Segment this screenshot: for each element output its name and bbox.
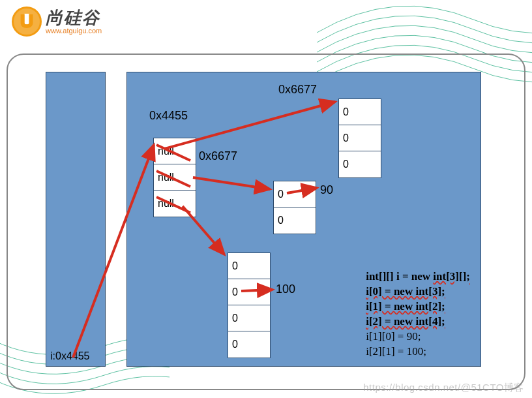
watermark: https://blog.csdn.net/@51CTO博客 bbox=[363, 382, 524, 394]
outer-cell-0: null bbox=[154, 138, 196, 164]
code-line-5: i[1][0] = 90; bbox=[366, 329, 470, 344]
address-inner0-mid: 0x6677 bbox=[199, 149, 237, 163]
int3-cell-2: 0 bbox=[339, 151, 381, 177]
outer-array-int3ref: null null null bbox=[153, 138, 196, 217]
int2-cell-1: 0 bbox=[274, 207, 316, 234]
outer-cell-2: null bbox=[154, 191, 196, 217]
stack-variable-label: i:0x4455 bbox=[50, 350, 90, 362]
value-90-label: 90 bbox=[320, 183, 333, 197]
address-outer-array: 0x4455 bbox=[149, 109, 188, 123]
code-line-2: i[0] = new int[3]; bbox=[366, 284, 470, 299]
logo-badge: U bbox=[12, 7, 42, 37]
code-line-6: i[2][1] = 100; bbox=[366, 344, 470, 360]
int4-cell-0: 0 bbox=[228, 253, 270, 279]
array-int2: 0 0 bbox=[273, 181, 316, 234]
logo-url: www.atguigu.com bbox=[46, 27, 102, 35]
address-inner0-top: 0x6677 bbox=[278, 83, 317, 97]
value-100-label: 100 bbox=[276, 283, 295, 296]
code-line-1: int[][] i = new int[3][]; bbox=[366, 269, 470, 284]
code-line-3: i[1] = new int[2]; bbox=[366, 299, 470, 314]
heap-box: 0x4455 0x6677 0x6677 null null null 0 0 … bbox=[126, 72, 481, 367]
int4-cell-2: 0 bbox=[228, 305, 270, 331]
logo: U 尚硅谷 www.atguigu.com bbox=[12, 7, 102, 37]
int3-cell-0: 0 bbox=[339, 99, 381, 125]
int4-cell-3: 0 bbox=[228, 331, 270, 358]
code-line-4: i[2] = new int[4]; bbox=[366, 314, 470, 329]
logo-text-cn: 尚硅谷 bbox=[46, 9, 102, 26]
int3-cell-1: 0 bbox=[339, 125, 381, 151]
outer-cell-1: null bbox=[154, 164, 196, 191]
code-block: int[][] i = new int[3][]; i[0] = new int… bbox=[366, 269, 470, 360]
int4-cell-1: 0 bbox=[228, 279, 270, 305]
array-int4: 0 0 0 0 bbox=[228, 253, 271, 358]
stack-box: i:0x4455 bbox=[46, 72, 106, 367]
int2-cell-0: 0 bbox=[274, 181, 316, 207]
array-int3: 0 0 0 bbox=[338, 99, 381, 178]
